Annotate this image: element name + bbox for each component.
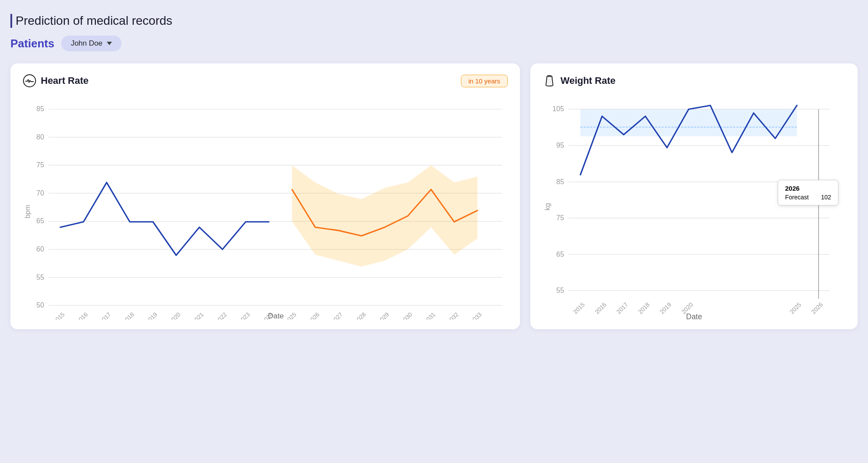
svg-text:kg: kg [543, 203, 551, 210]
chevron-down-icon [107, 42, 112, 45]
svg-text:85: 85 [36, 105, 44, 112]
weight-icon [542, 74, 556, 88]
heart-rate-card: Heart Rate in 10 years 85 80 75 70 65 60… [10, 63, 520, 329]
svg-text:65: 65 [556, 250, 564, 258]
svg-text:2015: 2015 [52, 311, 66, 320]
heart-rate-icon [23, 74, 36, 88]
heart-chart-area: 85 80 75 70 65 60 55 50 bpm [23, 93, 508, 321]
weight-card-header: Weight Rate [542, 74, 845, 88]
svg-text:2017: 2017 [98, 311, 112, 319]
patient-dropdown[interactable]: John Doe [61, 36, 122, 51]
svg-text:85: 85 [556, 178, 564, 185]
svg-text:2026: 2026 [810, 301, 824, 315]
weight-title-row: Weight Rate [542, 74, 616, 88]
svg-text:80: 80 [36, 133, 44, 141]
svg-text:65: 65 [36, 217, 44, 225]
heart-title-row: Heart Rate [23, 74, 89, 88]
svg-text:2016: 2016 [593, 301, 607, 315]
svg-text:50: 50 [36, 301, 44, 309]
svg-text:2028: 2028 [353, 311, 367, 319]
svg-text:2025: 2025 [788, 301, 802, 315]
svg-text:55: 55 [556, 286, 564, 294]
svg-text:2016: 2016 [75, 311, 89, 319]
svg-text:70: 70 [36, 189, 44, 197]
svg-text:2031: 2031 [423, 311, 437, 319]
patient-name: John Doe [71, 39, 102, 48]
svg-text:Date: Date [686, 312, 702, 320]
heart-chart-svg: 85 80 75 70 65 60 55 50 bpm [23, 93, 508, 320]
patients-label: Patients [10, 37, 54, 50]
svg-text:2025: 2025 [284, 311, 298, 320]
heart-card-header: Heart Rate in 10 years [23, 74, 508, 88]
weight-chart-area: 105 95 85 75 65 55 kg 2015 2016 2017 201… [542, 93, 845, 322]
svg-text:55: 55 [36, 273, 44, 281]
svg-text:2019: 2019 [145, 311, 158, 319]
svg-text:bpm: bpm [23, 205, 31, 218]
svg-text:2022: 2022 [214, 311, 228, 319]
svg-text:2017: 2017 [615, 301, 629, 315]
svg-text:2029: 2029 [376, 311, 390, 319]
weight-forecast-band [580, 109, 797, 136]
page-title: Prediction of medical records [10, 14, 858, 28]
svg-text:95: 95 [556, 141, 564, 149]
patients-row: Patients John Doe [10, 36, 858, 51]
svg-text:2021: 2021 [191, 311, 205, 319]
charts-row: Heart Rate in 10 years 85 80 75 70 65 60… [10, 63, 858, 329]
ten-years-badge: in 10 years [461, 75, 507, 87]
svg-text:2032: 2032 [446, 311, 460, 319]
svg-text:2027: 2027 [330, 311, 344, 319]
svg-text:2020: 2020 [168, 311, 182, 320]
svg-text:2030: 2030 [400, 311, 414, 320]
weight-rate-card: Weight Rate 105 95 85 75 65 55 [530, 63, 858, 329]
svg-text:2019: 2019 [658, 301, 672, 315]
svg-text:2023: 2023 [237, 311, 251, 319]
svg-text:105: 105 [552, 105, 564, 112]
svg-text:2033: 2033 [469, 311, 483, 319]
svg-text:2026: 2026 [307, 311, 321, 319]
svg-text:60: 60 [36, 245, 44, 253]
svg-text:2018: 2018 [637, 301, 651, 315]
svg-text:75: 75 [36, 161, 44, 169]
svg-text:2015: 2015 [572, 301, 586, 315]
weight-chart-svg: 105 95 85 75 65 55 kg 2015 2016 2017 201… [542, 93, 845, 321]
svg-text:Date: Date [268, 311, 284, 319]
weight-rate-title: Weight Rate [561, 75, 616, 86]
svg-text:75: 75 [556, 214, 564, 222]
svg-text:2018: 2018 [122, 311, 135, 319]
heart-rate-title: Heart Rate [41, 75, 89, 86]
